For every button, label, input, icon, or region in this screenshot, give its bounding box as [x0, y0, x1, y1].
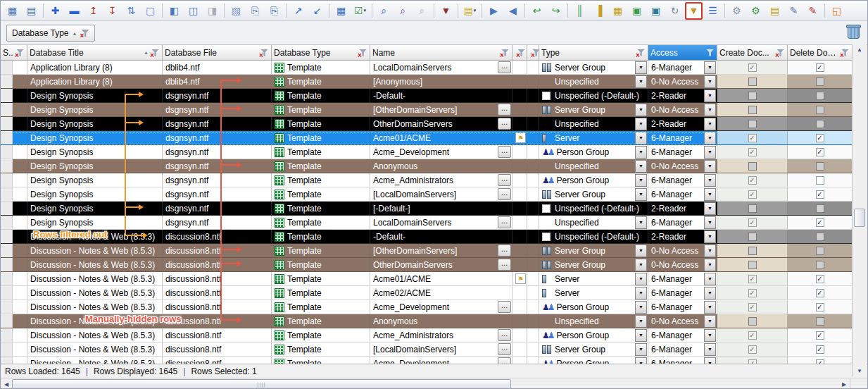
cell-database-file[interactable]: discussion8.ntf	[163, 258, 272, 271]
cell-database-file[interactable]: discussion8.ntf	[163, 244, 272, 257]
cell-s[interactable]	[13, 230, 27, 243]
type-dropdown-button[interactable]: ▼	[635, 188, 647, 201]
name-more-button[interactable]: …	[498, 146, 511, 158]
cell-s[interactable]	[13, 244, 27, 257]
funnel-filter-icon[interactable]	[15, 49, 25, 57]
funnel-clear-icon[interactable]	[80, 29, 89, 37]
cell-delete-doc[interactable]	[788, 230, 853, 243]
cell-access[interactable]: 0-No Access▼	[648, 103, 717, 116]
table-row[interactable]: Design Synopsisdsgnsyn.ntfTemplate-Defau…	[1, 89, 853, 103]
type-dropdown-button[interactable]: ▼	[635, 216, 647, 229]
access-dropdown-button[interactable]: ▼	[704, 301, 716, 314]
cell-database-type[interactable]: Template	[272, 272, 370, 285]
create-doc-checkbox[interactable]: ✓	[748, 359, 757, 364]
cell-database-title[interactable]: Design Synopsis	[27, 173, 163, 187]
gear-verify-icon[interactable]: ⚙	[747, 2, 765, 20]
cell-flag2[interactable]	[527, 61, 539, 74]
cell-s[interactable]	[13, 145, 27, 159]
cell-flag[interactable]	[512, 103, 527, 116]
script-icon[interactable]: ▤	[766, 2, 784, 20]
type-dropdown-button[interactable]: ▼	[635, 118, 647, 130]
cell-database-title[interactable]: Discussion - Notes & Web (8.5.3)	[27, 314, 163, 328]
cell-type[interactable]: ♟♟Person Group▼	[539, 328, 648, 342]
dropdown-arrow-icon[interactable]: ▾	[364, 6, 367, 16]
cell-name[interactable]: Acme_Administrators…	[370, 173, 512, 187]
cell-name[interactable]: OtherDomainServers…	[370, 258, 512, 271]
cell-flag[interactable]	[512, 258, 527, 271]
cell-name[interactable]: Acme01/ACME	[370, 272, 512, 285]
cell-s[interactable]	[13, 103, 27, 116]
create-doc-checkbox[interactable]	[748, 92, 757, 100]
row-visibility-filter-icon[interactable]: ▼	[685, 2, 703, 20]
cell-type[interactable]: ♟♟Person Group▼	[539, 300, 648, 314]
cell-delete-doc[interactable]	[788, 202, 853, 215]
create-doc-checkbox[interactable]: ✓	[748, 63, 757, 72]
table-row[interactable]: Design Synopsisdsgnsyn.ntfTemplateLocalD…	[1, 216, 853, 230]
cell-flag2[interactable]	[527, 159, 539, 173]
cell-database-file[interactable]: discussion8.ntf	[163, 314, 272, 328]
cell-flag[interactable]	[512, 357, 527, 364]
freeze-middle-column-icon[interactable]: ◫	[184, 2, 202, 20]
cell-create-doc[interactable]	[717, 75, 788, 88]
cell-database-title[interactable]: Discussion - Notes & Web (8.5.3)	[27, 258, 163, 271]
cell-type[interactable]: ♟♟Person Group▼	[539, 357, 648, 364]
cell-flag2[interactable]	[527, 328, 539, 342]
cell-access[interactable]: 0-No Access▼	[648, 314, 717, 328]
table-row[interactable]: Discussion - Notes & Web (8.5.3)discussi…	[1, 244, 853, 258]
cell-s[interactable]	[13, 117, 27, 130]
cell-flag[interactable]	[512, 61, 527, 74]
cell-delete-doc[interactable]	[788, 117, 853, 130]
funnel-filter-icon[interactable]	[358, 49, 367, 57]
grid-properties-icon[interactable]: ▦	[332, 2, 350, 20]
cell-database-file[interactable]: discussion8.ntf	[163, 328, 272, 342]
cell-flag2[interactable]	[527, 300, 539, 314]
insert-row-above-icon[interactable]: ↥	[84, 2, 102, 20]
header-col-type[interactable]: Type	[539, 45, 648, 60]
selection-mode-icon[interactable]: ▧	[227, 2, 245, 20]
panel-end-icon[interactable]: ◀	[504, 2, 522, 20]
cell-access[interactable]: 2-Reader▼	[648, 202, 717, 215]
cell-database-type[interactable]: Template	[272, 202, 370, 215]
cell-create-doc[interactable]	[717, 103, 788, 116]
type-dropdown-button[interactable]: ▼	[635, 301, 647, 314]
cell-flag2[interactable]	[527, 342, 539, 356]
cell-flag2[interactable]	[527, 272, 539, 285]
cell-flag[interactable]	[512, 187, 527, 201]
cell-flag2[interactable]	[527, 89, 539, 102]
cell-create-doc[interactable]	[717, 244, 788, 257]
cell-s[interactable]	[13, 131, 27, 144]
cell-s[interactable]	[13, 300, 27, 314]
create-doc-checkbox[interactable]	[748, 261, 757, 269]
cell-database-title[interactable]: Discussion - Notes & Web (8.5.3)	[27, 244, 163, 257]
cell-create-doc[interactable]	[717, 89, 788, 102]
cell-database-type[interactable]: Template	[272, 75, 370, 88]
table-row[interactable]: Design Synopsisdsgnsyn.ntfTemplate[Other…	[1, 103, 853, 117]
cell-database-file[interactable]: discussion8.ntf	[163, 272, 272, 285]
access-dropdown-button[interactable]: ▼	[704, 188, 716, 201]
header-col-delete-doc[interactable]: Delete Doc...	[788, 45, 853, 60]
cell-database-title[interactable]: Design Synopsis	[27, 89, 163, 102]
name-more-button[interactable]: …	[498, 329, 511, 341]
cell-name[interactable]: -Default-	[370, 230, 512, 243]
delete-doc-checkbox[interactable]	[816, 317, 824, 326]
cell-database-title[interactable]: Discussion - Notes & Web (8.5.3)	[27, 286, 163, 300]
cell-database-file[interactable]: discussion8.ntf	[163, 342, 272, 356]
cell-database-type[interactable]: Template	[272, 328, 370, 342]
cell-database-type[interactable]: Template	[272, 187, 370, 201]
type-dropdown-button[interactable]: ▼	[635, 259, 647, 271]
cell-database-file[interactable]: dsgnsyn.ntf	[163, 216, 272, 229]
cell-delete-doc[interactable]	[788, 75, 853, 88]
cell-flag[interactable]	[512, 145, 527, 159]
cell-database-title[interactable]: Application Library (8)	[27, 61, 163, 74]
delete-doc-checkbox[interactable]: ✓	[816, 303, 824, 311]
pivot-grid-icon[interactable]: ▦	[609, 2, 627, 20]
delete-doc-checkbox[interactable]: ✓	[816, 190, 824, 199]
cell-name[interactable]: Acme_Administrators…	[370, 328, 512, 342]
create-doc-checkbox[interactable]: ✓	[748, 218, 757, 227]
cell-create-doc[interactable]: ✓	[717, 342, 788, 356]
cell-access[interactable]: 6-Manager▼	[648, 145, 717, 159]
delete-doc-checkbox[interactable]	[816, 120, 824, 128]
cell-delete-doc[interactable]: ✓	[788, 357, 853, 364]
type-dropdown-button[interactable]: ▼	[635, 273, 647, 285]
schedule-icon[interactable]: ✎	[804, 2, 822, 20]
